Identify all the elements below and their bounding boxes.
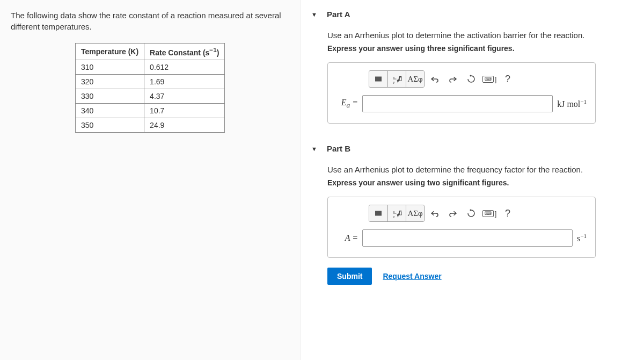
request-answer-link[interactable]: Request Answer <box>383 272 441 280</box>
table-header-temp: Temperature (K) <box>76 44 144 60</box>
svg-text:x: x <box>393 76 394 79</box>
undo-icon <box>430 208 440 218</box>
part-b-title: Part B <box>327 144 350 153</box>
help-button[interactable]: ? <box>500 71 516 87</box>
reset-icon <box>466 74 476 84</box>
reset-button[interactable] <box>463 71 479 87</box>
part-a-sigfig: Express your answer using three signific… <box>327 44 628 53</box>
variable-label-a: A = <box>336 233 358 243</box>
svg-text:y: y <box>393 81 394 84</box>
part-a-header[interactable]: ▼ Part A <box>311 5 628 23</box>
svg-rect-4 <box>399 77 401 81</box>
formatting-toolbar: x y ΑΣφ <box>369 205 587 222</box>
svg-rect-5 <box>375 211 382 216</box>
reset-button[interactable] <box>463 205 479 221</box>
table-row: 3304.37 <box>76 89 225 103</box>
caret-down-icon: ▼ <box>311 146 317 152</box>
part-a-answer-input[interactable] <box>362 95 553 112</box>
math-root-button[interactable]: x y <box>387 71 406 87</box>
part-b-answer-input[interactable] <box>362 229 573 247</box>
data-table: Temperature (K) Rate Constant (s−1) 3100… <box>75 43 225 133</box>
keyboard-button[interactable]: ⌨ ] <box>481 71 497 87</box>
undo-button[interactable] <box>427 71 443 87</box>
question-panel: The following data show the rate constan… <box>0 0 301 360</box>
root-fraction-icon: x y <box>392 208 402 218</box>
keyboard-icon: ⌨ <box>482 210 494 217</box>
table-row: 34010.7 <box>76 103 225 118</box>
caret-down-icon: ▼ <box>311 11 317 18</box>
unit-label-kjmol: kJ mol−1 <box>557 98 587 109</box>
greek-letters-button[interactable]: ΑΣφ <box>406 71 424 87</box>
undo-button[interactable] <box>427 205 443 221</box>
table-row: 3201.69 <box>76 74 225 89</box>
variable-label-ea: Ea = <box>336 98 358 110</box>
svg-rect-0 <box>375 77 382 82</box>
reset-icon <box>466 208 476 218</box>
undo-icon <box>430 74 440 84</box>
redo-icon <box>448 74 458 84</box>
keyboard-icon: ⌨ <box>482 76 494 83</box>
table-row: 3100.612 <box>76 60 225 74</box>
submit-button[interactable]: Submit <box>327 268 372 285</box>
svg-rect-9 <box>399 212 401 215</box>
part-a-instruction: Use an Arrhenius plot to determine the a… <box>327 31 628 40</box>
unit-label-s: s−1 <box>577 233 587 243</box>
redo-button[interactable] <box>445 205 461 221</box>
part-a-answer-box: x y ΑΣφ <box>327 62 596 124</box>
greek-letters-button[interactable]: ΑΣφ <box>406 205 424 221</box>
root-fraction-icon: x y <box>392 74 402 84</box>
part-a-title: Part A <box>327 10 350 19</box>
svg-text:y: y <box>393 215 394 218</box>
part-b-sigfig: Express your answer using two significan… <box>327 178 628 187</box>
keyboard-button[interactable]: ⌨ ] <box>481 205 497 221</box>
part-a-body: Use an Arrhenius plot to determine the a… <box>311 23 628 140</box>
table-header-rate: Rate Constant (s−1) <box>144 44 225 60</box>
rectangle-icon <box>374 208 383 218</box>
formatting-toolbar: x y ΑΣφ <box>369 70 587 88</box>
template-button[interactable] <box>369 205 387 221</box>
template-button[interactable] <box>369 71 387 87</box>
svg-text:x: x <box>393 210 394 213</box>
math-root-button[interactable]: x y <box>387 205 406 221</box>
answer-panel: ▼ Part A Use an Arrhenius plot to determ… <box>301 0 644 360</box>
table-row: 35024.9 <box>76 118 225 132</box>
intro-text: The following data show the rate constan… <box>11 10 289 32</box>
part-b-body: Use an Arrhenius plot to determine the f… <box>311 157 628 301</box>
redo-icon <box>448 208 458 218</box>
rectangle-icon <box>374 74 383 84</box>
part-b-header[interactable]: ▼ Part B <box>311 140 628 157</box>
part-b-answer-box: x y ΑΣφ <box>327 197 596 258</box>
help-button[interactable]: ? <box>500 205 516 221</box>
redo-button[interactable] <box>445 71 461 87</box>
part-b-instruction: Use an Arrhenius plot to determine the f… <box>327 165 628 174</box>
